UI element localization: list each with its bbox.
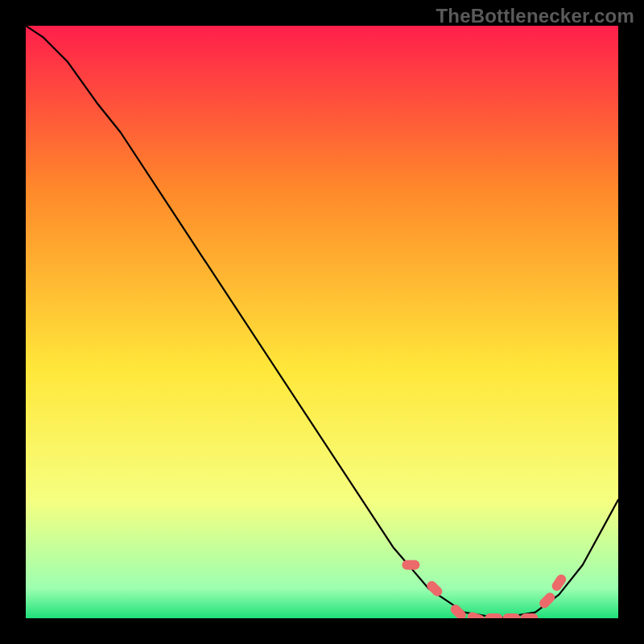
- curve-marker: [485, 613, 502, 618]
- watermark-text: TheBottlenecker.com: [436, 5, 634, 27]
- bottleneck-curve-plot: [26, 26, 618, 618]
- chart-area: [26, 26, 618, 618]
- curve-marker: [503, 613, 521, 618]
- gradient-rect: [26, 26, 618, 618]
- stage: TheBottlenecker.com: [0, 0, 644, 644]
- curve-marker: [521, 613, 539, 618]
- curve-marker: [402, 560, 419, 570]
